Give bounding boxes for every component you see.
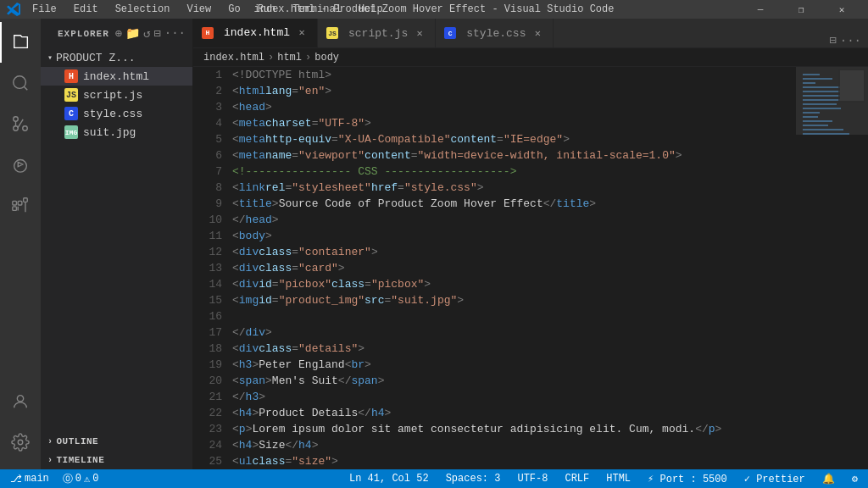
collapse-icon[interactable]: ⊟: [153, 26, 160, 41]
code-line: </h3>: [232, 389, 796, 405]
search-activity-icon[interactable]: [0, 63, 41, 103]
code-line: <div class="details">: [232, 341, 796, 357]
svg-rect-26: [803, 129, 843, 130]
svg-rect-15: [803, 82, 815, 84]
code-line: <div class="card">: [232, 260, 796, 276]
code-line: <ul class="size">: [232, 453, 796, 469]
error-count: 0: [75, 473, 81, 485]
file-item-suitjpg[interactable]: IMG suit.jpg: [41, 123, 192, 141]
main-layout: EXPLORER ⊕ 📁 ↺ ⊟ ··· ▾ PRODUCT Z... H in…: [0, 19, 868, 469]
svg-rect-14: [803, 78, 832, 80]
breadcrumb-sep-1: ›: [268, 52, 274, 64]
svg-point-10: [18, 440, 23, 445]
prettier-status[interactable]: ✓ Prettier: [741, 473, 809, 485]
new-folder-icon[interactable]: 📁: [125, 26, 140, 41]
code-line: <meta charset="UTF-8">: [232, 115, 796, 131]
svg-rect-22: [803, 112, 820, 114]
code-editor[interactable]: 12345 678910 1112131415 1617181920 21222…: [193, 67, 868, 469]
editor-area: H index.html ✕ JS script.js ✕ C style.cs…: [193, 19, 868, 469]
file-item-scriptjs[interactable]: JS script.js: [41, 86, 192, 104]
svg-rect-20: [803, 103, 837, 105]
svg-rect-27: [803, 133, 849, 135]
feedback-icon[interactable]: ⚙: [849, 473, 861, 485]
tab-indexhtml-close[interactable]: ✕: [295, 26, 309, 40]
activity-bar-bottom: [0, 381, 41, 469]
chevron-down-icon: ▾: [47, 53, 53, 63]
new-file-icon[interactable]: ⊕: [114, 26, 121, 41]
tab-indexhtml[interactable]: H index.html ✕: [193, 19, 318, 47]
git-branch-status[interactable]: ⎇ main: [7, 473, 53, 485]
explorer-activity-icon[interactable]: [0, 22, 41, 63]
menu-view[interactable]: View: [181, 2, 216, 17]
split-editor-icon[interactable]: ⊟: [829, 33, 836, 47]
menu-selection[interactable]: Selection: [110, 2, 175, 17]
errors-warnings-status[interactable]: ⓪ 0 ⚠ 0: [59, 472, 103, 486]
root-folder-name: PRODUCT Z...: [56, 52, 136, 64]
file-item-stylecss[interactable]: C style.css: [41, 104, 192, 123]
code-line: <span>Men's Suit</span>: [232, 373, 796, 389]
minimize-button[interactable]: —: [741, 0, 780, 19]
settings-activity-icon[interactable]: [0, 422, 41, 463]
source-control-activity-icon[interactable]: [0, 103, 41, 144]
more-tabs-icon[interactable]: ···: [840, 34, 861, 47]
tab-stylecss[interactable]: C style.css ✕: [436, 19, 554, 47]
breadcrumb-file[interactable]: index.html: [203, 52, 264, 64]
status-left: ⎇ main ⓪ 0 ⚠ 0: [7, 472, 102, 486]
code-line: <html lang="en">: [232, 83, 796, 99]
chevron-right-icon-2: ›: [47, 456, 53, 465]
timeline-label: TIMELINE: [57, 455, 105, 465]
code-line: <p>Lorem ipsum dolor sit amet consectetu…: [232, 421, 796, 437]
code-line: <title>Source Code of Product Zoom Hover…: [232, 196, 796, 212]
encoding-status[interactable]: UTF-8: [514, 473, 551, 485]
vscode-logo-icon: [7, 3, 20, 16]
code-line: <meta http-equiv="X-UA-Compatible" conte…: [232, 131, 796, 147]
code-line: <h4>Product Details</h4>: [232, 405, 796, 421]
code-line: <div id="picbox" class="picbox">: [232, 276, 796, 292]
language-status[interactable]: HTML: [603, 473, 634, 485]
svg-rect-21: [803, 108, 841, 109]
code-line: <h4>Size</h4>: [232, 437, 796, 453]
warning-count: 0: [92, 473, 98, 485]
menu-edit[interactable]: Edit: [69, 2, 103, 17]
code-content[interactable]: <!DOCTYPE html><html lang="en"><head> <m…: [229, 67, 796, 469]
close-button[interactable]: ✕: [822, 0, 861, 19]
accounts-activity-icon[interactable]: [0, 381, 41, 422]
svg-point-2: [23, 126, 28, 131]
tab-scriptjs-close[interactable]: ✕: [413, 26, 426, 40]
tab-indexhtml-label: index.html: [224, 26, 290, 39]
more-options-icon[interactable]: ···: [164, 26, 186, 41]
indentation-status[interactable]: Spaces: 3: [442, 473, 504, 485]
minimap: [796, 67, 868, 469]
maximize-button[interactable]: ❐: [782, 0, 821, 19]
port-status[interactable]: ⚡ Port : 5500: [644, 473, 731, 485]
file-name-stylecss: style.css: [83, 108, 142, 120]
outline-section-header[interactable]: › OUTLINE: [41, 432, 192, 451]
file-name-indexhtml: index.html: [83, 70, 149, 83]
cursor-position-status[interactable]: Ln 41, Col 52: [346, 473, 432, 485]
tab-stylecss-close[interactable]: ✕: [531, 26, 544, 40]
code-line: <!DOCTYPE html>: [232, 67, 796, 83]
menu-file[interactable]: File: [27, 2, 62, 17]
debug-activity-icon[interactable]: [0, 144, 41, 185]
notifications-icon[interactable]: 🔔: [819, 473, 838, 485]
refresh-icon[interactable]: ↺: [143, 26, 150, 41]
eol-status[interactable]: CRLF: [561, 473, 593, 485]
spaces-label: Spaces: 3: [446, 473, 501, 485]
svg-rect-8: [24, 198, 28, 202]
code-line: <div class="container">: [232, 244, 796, 260]
explorer-root-item[interactable]: ▾ PRODUCT Z...: [41, 48, 192, 67]
code-line: <!---------------- CSS -----------------…: [232, 164, 796, 180]
file-item-indexhtml[interactable]: H index.html: [41, 67, 192, 86]
timeline-section-header[interactable]: › TIMELINE: [41, 451, 192, 469]
svg-rect-23: [803, 116, 818, 118]
breadcrumb-html[interactable]: html: [277, 52, 302, 64]
breadcrumb-body[interactable]: body: [314, 52, 339, 64]
svg-point-9: [17, 396, 23, 402]
language-label: HTML: [606, 473, 631, 485]
menu-go[interactable]: Go: [223, 2, 245, 17]
error-icon: ⓪: [63, 472, 73, 486]
tab-scriptjs[interactable]: JS script.js ✕: [318, 19, 436, 47]
tab-stylecss-label: style.css: [466, 27, 526, 40]
status-right: Ln 41, Col 52 Spaces: 3 UTF-8 CRLF HTML …: [346, 473, 861, 485]
extensions-activity-icon[interactable]: [0, 185, 41, 225]
